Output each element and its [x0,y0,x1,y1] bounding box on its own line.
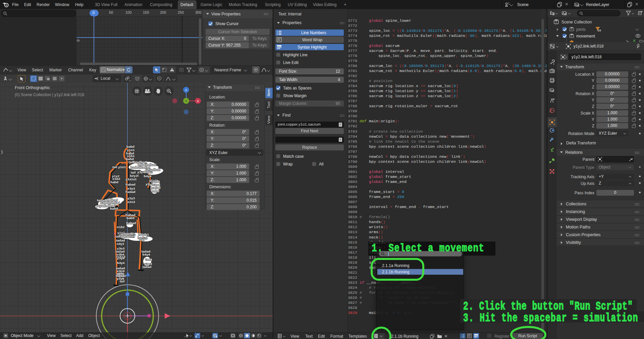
svg-text:y1a1a1: y1a1a1 [125,178,137,181]
svg-text:hadad: hadad [125,190,135,194]
svg-text:tadad: tadad [143,265,152,269]
svg-text:X: X [197,99,199,103]
svg-text:o4y2: o4y2 [117,242,124,246]
svg-text:Y: Y [185,99,187,103]
svg-text:tail: tail [130,234,135,238]
svg-text:y3y4b4b2: y3y4b4b2 [137,170,153,174]
svg-text:2: 2 [277,33,278,35]
svg-text:b2y2l: b2y2l [130,174,139,178]
svg-text:bahd: bahd [151,189,159,193]
svg-text:b4y4: b4y4 [117,261,125,265]
svg-text:o1b2: o1b2 [117,225,125,229]
svg-text:b4y4: b4y4 [143,253,150,256]
svg-text:tail y1o1: tail y1o1 [112,165,126,169]
svg-text:habad: habad [125,183,135,186]
svg-text:habad: habad [126,221,136,225]
svg-text:tadad: tadad [116,239,125,242]
svg-text:babd: babd [126,216,135,220]
svg-text:o2o3: o2o3 [127,200,135,204]
svg-text:y2y3: y2y3 [127,196,135,200]
svg-text:b4y4: b4y4 [144,174,152,178]
svg-text:1: 1 [461,334,462,336]
svg-text:1: 1 [277,30,278,33]
svg-text:habd: habd [110,180,118,184]
svg-text:tad4: tad4 [145,258,152,262]
svg-text:y3y4: y3y4 [117,257,125,260]
svg-text:bahd: bahd [110,207,118,210]
svg-text:Z: Z [185,88,187,92]
svg-text:2: 2 [461,336,462,338]
